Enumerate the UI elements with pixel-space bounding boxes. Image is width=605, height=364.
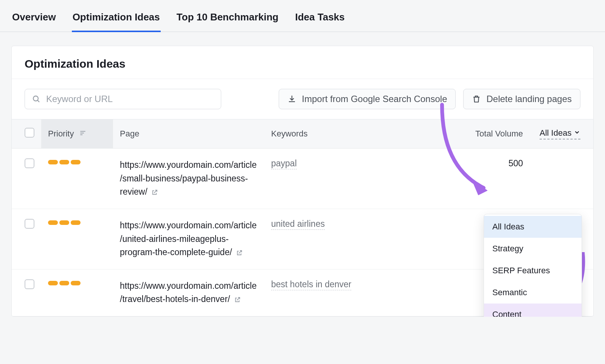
- select-all-checkbox[interactable]: [25, 128, 34, 138]
- external-link-icon[interactable]: [151, 189, 158, 196]
- ideas-filter-label: All Ideas: [540, 128, 571, 138]
- row-volume: 500: [457, 149, 533, 209]
- row-page-url[interactable]: https://www.yourdomain.com/article/unite…: [113, 209, 264, 269]
- row-keyword[interactable]: united airlines: [264, 209, 457, 269]
- import-btn-label: Import from Google Search Console: [302, 94, 447, 104]
- download-icon: [287, 94, 296, 104]
- tab-benchmarking[interactable]: Top 10 Benchmarking: [176, 11, 279, 32]
- delete-landing-pages-button[interactable]: Delete landing pages: [463, 89, 580, 109]
- ideas-filter-option[interactable]: SERP Features: [484, 260, 582, 282]
- row-keyword[interactable]: paypal: [264, 149, 457, 209]
- panel-title: Optimization Ideas: [12, 46, 593, 79]
- row-ideas-cell: [533, 149, 593, 209]
- row-keyword[interactable]: best hotels in denver: [264, 269, 457, 316]
- trash-icon: [472, 94, 481, 104]
- row-checkbox-cell: [12, 209, 41, 269]
- table-row: https://www.yourdomain.com/article/small…: [12, 149, 593, 209]
- col-page[interactable]: Page: [113, 119, 264, 149]
- col-ideas: All Ideas: [533, 119, 593, 149]
- row-priority: [41, 269, 113, 316]
- delete-btn-label: Delete landing pages: [486, 94, 572, 104]
- select-all-header: [12, 119, 41, 149]
- ideas-filter-option[interactable]: Content: [484, 304, 582, 317]
- row-checkbox[interactable]: [25, 219, 34, 229]
- row-page-url[interactable]: https://www.yourdomain.com/article/small…: [113, 149, 264, 209]
- chevron-down-icon: [574, 128, 580, 138]
- tab-optimization-ideas[interactable]: Optimization Ideas: [72, 11, 161, 32]
- ideas-filter-menu: All IdeasStrategySERP FeaturesSemanticCo…: [484, 214, 582, 317]
- search-icon: [32, 94, 41, 104]
- row-page-url[interactable]: https://www.yourdomain.com/article/trave…: [113, 269, 264, 316]
- ideas-filter-option[interactable]: All Ideas: [484, 216, 582, 238]
- svg-point-0: [33, 96, 38, 101]
- ideas-filter-option[interactable]: Semantic: [484, 282, 582, 304]
- col-priority-label: Priority: [48, 129, 74, 138]
- search-input[interactable]: [46, 94, 214, 104]
- external-link-icon[interactable]: [236, 249, 243, 256]
- col-priority[interactable]: Priority: [41, 119, 113, 149]
- main-tabs: Overview Optimization Ideas Top 10 Bench…: [0, 0, 605, 32]
- import-gsc-button[interactable]: Import from Google Search Console: [279, 89, 456, 109]
- tab-idea-tasks[interactable]: Idea Tasks: [294, 11, 345, 32]
- ideas-filter-option[interactable]: Strategy: [484, 238, 582, 260]
- toolbar: Import from Google Search Console Delete…: [12, 79, 593, 119]
- row-checkbox-cell: [12, 149, 41, 209]
- external-link-icon[interactable]: [234, 296, 241, 303]
- row-priority: [41, 209, 113, 269]
- row-checkbox[interactable]: [25, 279, 34, 289]
- tab-overview[interactable]: Overview: [11, 11, 57, 32]
- row-priority: [41, 149, 113, 209]
- col-keywords[interactable]: Keywords: [264, 119, 457, 149]
- search-box[interactable]: [25, 89, 221, 109]
- col-volume[interactable]: Total Volume: [457, 119, 533, 149]
- ideas-filter-dropdown[interactable]: All Ideas: [540, 128, 580, 139]
- row-checkbox[interactable]: [25, 158, 34, 168]
- optimization-panel: Optimization Ideas Import from Google Se…: [11, 46, 594, 317]
- svg-line-1: [37, 100, 39, 102]
- row-checkbox-cell: [12, 269, 41, 316]
- sort-icon: [79, 130, 86, 136]
